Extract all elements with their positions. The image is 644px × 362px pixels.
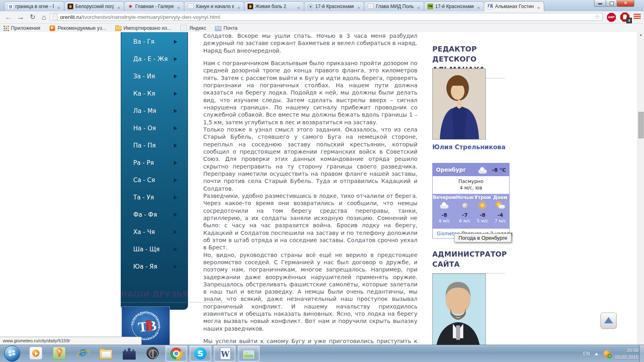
article-paragraph: Только позже я узнал смысл этого задания… bbox=[203, 126, 417, 192]
sidebar-letter-item[interactable]: За - Ия bbox=[121, 68, 188, 85]
taskbar-app[interactable] bbox=[238, 346, 260, 362]
taskbar-app[interactable] bbox=[142, 346, 163, 361]
weather-widget[interactable]: Оренбург -8 °C Пасмурно 4 м/с, юв Вечеро… bbox=[432, 163, 510, 239]
browser-tab[interactable]: 17-й Краснознамё bbox=[304, 1, 364, 11]
bookmark-item[interactable]: Импортировано из... bbox=[115, 25, 171, 31]
alphabet-sidebar: Ва - Гя Да - Е - Жя За - Ия Ка - bbox=[121, 32, 188, 310]
browser-tab[interactable]: Глава МИД Польш bbox=[364, 1, 424, 11]
taskbar-app[interactable] bbox=[72, 346, 93, 361]
weather-forecast-column: Ночью -7 6 м/с bbox=[456, 194, 474, 228]
bookmark-icon bbox=[180, 25, 187, 31]
adblock-extension-icon[interactable]: ABP bbox=[607, 13, 616, 22]
sidebar-letter-item[interactable]: На - Оя bbox=[121, 119, 188, 137]
tab-close-icon[interactable] bbox=[356, 4, 361, 9]
hidden-icons-arrow-icon[interactable] bbox=[594, 353, 599, 355]
back-button[interactable] bbox=[3, 12, 14, 23]
url-text: orenlit.ru/tvorchestvo/narodnyie-memuary… bbox=[60, 14, 592, 20]
scroll-to-top-button[interactable] bbox=[601, 313, 617, 329]
tab-title: Живая боль 2 bbox=[255, 4, 294, 9]
system-tray: EN 20:58 03.02.2015 bbox=[583, 345, 638, 362]
tab-favicon-icon bbox=[427, 4, 433, 9]
desktop: граница в огне - П Белорусский погра Гла… bbox=[0, 0, 644, 362]
sidebar-letter-item[interactable]: Ва - Гя bbox=[121, 33, 188, 50]
article-paragraph: Нам с пограничником Васильевым было прик… bbox=[203, 60, 417, 126]
browser-tab[interactable]: Главная - Галерея bbox=[124, 1, 184, 11]
tab-close-icon[interactable] bbox=[296, 4, 301, 9]
app-icon bbox=[99, 350, 112, 359]
sidebar-letter-item[interactable]: Фа - Фя bbox=[121, 206, 188, 223]
minimize-button[interactable] bbox=[594, 0, 606, 7]
admin-photo[interactable] bbox=[432, 274, 486, 345]
show-desktop-button[interactable] bbox=[639, 345, 644, 362]
editor-name-link[interactable]: Юлия Стрельникова bbox=[432, 144, 506, 151]
bookmark-item[interactable]: Приложения bbox=[3, 25, 40, 31]
home-button[interactable] bbox=[39, 12, 49, 23]
scrollbar-up-arrow-icon[interactable]: ▲ bbox=[638, 33, 644, 37]
page-scrollbar[interactable]: ▲ bbox=[637, 32, 644, 345]
close-button[interactable] bbox=[617, 0, 634, 7]
taskbar-app[interactable] bbox=[25, 346, 46, 361]
forward-button[interactable] bbox=[15, 12, 26, 23]
sidebar-letter-item[interactable]: Ка - Кя bbox=[121, 85, 188, 102]
sidebar-letter-label: Юа - Яя bbox=[133, 263, 157, 270]
bookmark-star-icon[interactable]: ☆ bbox=[595, 13, 600, 21]
tab-strip: граница в огне - П Белорусский погра Гла… bbox=[0, 0, 644, 11]
taskbar-app[interactable] bbox=[214, 346, 235, 362]
address-bar[interactable]: orenlit.ru/tvorchestvo/narodnyie-memuary… bbox=[50, 13, 603, 21]
sidebar-letter-item[interactable]: Ша - Щя bbox=[121, 241, 188, 258]
sidebar-letter-item[interactable]: Ра - Ря bbox=[121, 154, 188, 171]
tab-favicon-icon bbox=[248, 4, 253, 9]
sidebar-letter-item[interactable]: Ла - Мя bbox=[121, 102, 188, 119]
taskbar-app[interactable] bbox=[49, 346, 70, 361]
sidebar-letter-item[interactable]: Ха - Чя bbox=[121, 223, 188, 241]
tab-close-icon[interactable] bbox=[176, 4, 182, 9]
editor-photo[interactable] bbox=[432, 68, 486, 140]
sidebar-letter-item[interactable]: Да - Е - Жя bbox=[121, 50, 188, 68]
article-paragraph: Но, видно, руководство страны всё ещё не… bbox=[203, 251, 417, 333]
sidebar-letter-label: Ха - Чя bbox=[133, 228, 155, 236]
sidebar-letter-label: Да - Е - Жя bbox=[133, 56, 167, 63]
app-icon bbox=[220, 348, 231, 360]
taskbar-app[interactable] bbox=[119, 346, 140, 361]
scrollbar-thumb[interactable] bbox=[638, 112, 644, 138]
browser-toolbar: orenlit.ru/tvorchestvo/narodnyie-memuary… bbox=[0, 11, 644, 24]
browser-tab[interactable]: Канун и начало во bbox=[184, 1, 244, 11]
tab-close-icon[interactable] bbox=[236, 4, 242, 9]
browser-menu-icon[interactable] bbox=[634, 14, 641, 21]
browser-tab[interactable]: Альманах Гостины bbox=[484, 1, 544, 11]
language-indicator[interactable]: EN bbox=[583, 351, 590, 357]
tab-close-icon[interactable] bbox=[416, 4, 421, 9]
tray-notification-icon[interactable] bbox=[603, 350, 610, 357]
tab-close-icon[interactable] bbox=[116, 4, 122, 9]
browser-tab[interactable]: Белорусский погра bbox=[64, 1, 124, 11]
submenu-arrow-icon bbox=[174, 57, 177, 61]
forecast-wind: 5 м/с bbox=[474, 218, 491, 224]
tab-favicon-icon bbox=[368, 4, 374, 9]
weather-current-temp: -8 °C bbox=[492, 167, 506, 173]
tab-close-icon[interactable] bbox=[56, 4, 62, 9]
browser-tab[interactable]: Живая боль 2 bbox=[244, 1, 304, 11]
tab-close-icon[interactable] bbox=[536, 4, 541, 9]
browser-tab[interactable]: граница в огне - П bbox=[4, 1, 64, 11]
status-bar-link: www.gismeteo.ru/city/daily/5159/ bbox=[0, 337, 142, 345]
taskbar-app[interactable] bbox=[95, 346, 116, 361]
bookmark-item[interactable]: Яндекс bbox=[180, 25, 206, 31]
bookmark-item[interactable]: Почта bbox=[215, 25, 237, 31]
bookmark-icon bbox=[215, 26, 221, 31]
sidebar-letter-item[interactable]: Са - Ся bbox=[121, 171, 188, 189]
forecast-temp: -8 bbox=[433, 212, 456, 218]
start-button[interactable] bbox=[4, 346, 20, 362]
sidebar-letter-item[interactable]: Та - Уя bbox=[121, 189, 188, 206]
taskbar-app[interactable] bbox=[190, 346, 211, 362]
restore-button[interactable] bbox=[606, 0, 617, 7]
clock[interactable]: 20:58 03.02.2015 bbox=[615, 347, 638, 360]
bookmark-item[interactable]: Рекомендуемые уз... bbox=[49, 25, 106, 31]
sidebar-letter-item[interactable]: Па - Пя bbox=[121, 137, 188, 154]
reload-button[interactable] bbox=[27, 12, 38, 23]
tab-close-icon[interactable] bbox=[476, 4, 481, 9]
forecast-weather-icon bbox=[460, 202, 470, 210]
browser-tab[interactable]: 17-й Краснознамен bbox=[424, 1, 484, 11]
clock-date: 03.02.2015 bbox=[615, 354, 638, 361]
taskbar-app[interactable] bbox=[165, 346, 187, 362]
sidebar-letter-item[interactable]: Юа - Яя bbox=[121, 258, 188, 275]
